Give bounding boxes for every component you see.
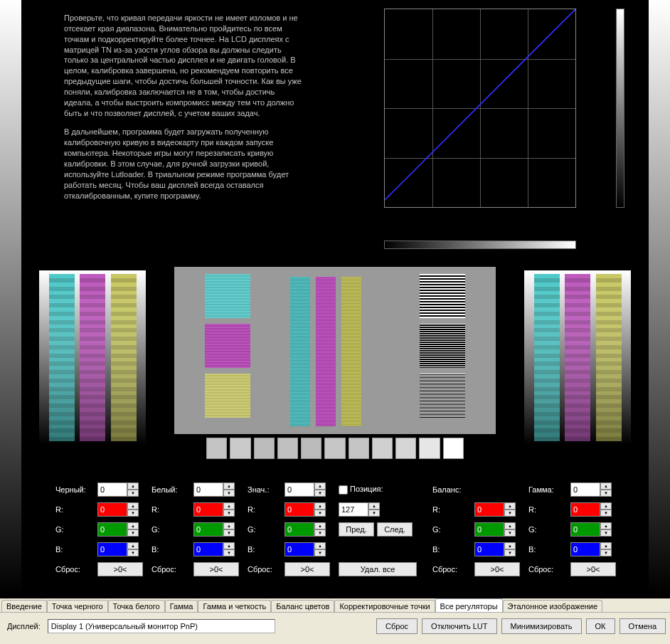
greyscale-6 (349, 438, 369, 459)
tab-5[interactable]: Баланс цветов (271, 600, 334, 612)
delete-all-btn[interactable]: Удал. все (339, 562, 417, 576)
lbl-black: Черный: (55, 485, 95, 494)
black-g-input[interactable] (97, 522, 127, 537)
cp-stripe-yellow (341, 277, 361, 426)
tab-6[interactable]: Корректировочные точки (334, 600, 435, 612)
gp-magenta (80, 274, 105, 441)
greyscale-7 (372, 438, 393, 459)
display-field[interactable] (48, 619, 275, 633)
gradient-frame-right (649, 0, 670, 594)
next-btn[interactable]: След. (377, 522, 413, 537)
cp-block-cyan (205, 274, 250, 318)
tab-7[interactable]: Все регуляторы (435, 598, 503, 612)
white-up[interactable]: ▲ (223, 482, 235, 490)
white-r-input[interactable] (193, 502, 223, 517)
ok-btn[interactable]: ОК (586, 618, 615, 634)
black-b-up[interactable]: ▲ (127, 542, 139, 549)
white-input[interactable] (193, 482, 223, 497)
col-gamma: Гамма: ▲▼ R: ▲▼ G: ▲▼ B: ▲▼ Сброс: >0< (528, 480, 616, 587)
black-up[interactable]: ▲ (127, 482, 139, 490)
greyscale-row (203, 438, 467, 459)
gpr-magenta (565, 274, 590, 441)
lbl-black-reset: Сброс: (55, 565, 95, 574)
curve-gradient-x (384, 241, 576, 249)
black-b-dn[interactable]: ▼ (127, 549, 139, 556)
value-r-input[interactable] (285, 502, 314, 517)
black-b-input[interactable] (97, 542, 127, 556)
black-g-dn[interactable]: ▼ (127, 529, 139, 537)
gp-cyan (49, 274, 75, 441)
curve-chart[interactable] (384, 9, 612, 236)
main-content: Проверьте, что кривая передачи яркости н… (21, 0, 649, 594)
greyscale-2 (254, 438, 275, 459)
bal-reset-btn[interactable]: >0< (474, 562, 520, 576)
cp-pat-1 (420, 274, 465, 318)
bal-b-input[interactable] (474, 542, 504, 556)
greyscale-5 (324, 438, 345, 459)
tab-8[interactable]: Эталонное изображение (503, 600, 603, 612)
col-balance: Баланс: R: ▲▼ G: ▲▼ B: ▲▼ Сброс: >0< (432, 480, 520, 587)
tabs: ВведениеТочка черногоТочка белогоГаммаГа… (0, 598, 670, 613)
gam-r-input[interactable] (570, 502, 600, 517)
bottom-row: Дисплей: Сброс Отключить LUT Минимизиров… (0, 613, 670, 638)
value-b-input[interactable] (285, 542, 314, 556)
white-b-input[interactable] (193, 542, 223, 556)
black-r-input[interactable] (97, 502, 127, 517)
black-r-dn[interactable]: ▼ (127, 510, 139, 517)
tab-4[interactable]: Гамма и четкость (198, 600, 271, 612)
cp-block-magenta (205, 324, 250, 368)
cp-stripe-cyan (290, 277, 310, 426)
tab-3[interactable]: Гамма (165, 600, 198, 612)
prev-btn[interactable]: Пред. (339, 522, 374, 537)
position-input[interactable] (339, 502, 368, 517)
bottom-bar: ВведениеТочка черногоТочка белогоГаммаГа… (0, 598, 670, 644)
value-reset-btn[interactable]: >0< (285, 562, 330, 576)
greyscale-3 (277, 438, 298, 459)
gam-g-input[interactable] (570, 522, 600, 537)
value-g-input[interactable] (285, 522, 314, 537)
bal-r-input[interactable] (474, 502, 504, 517)
white-reset-btn[interactable]: >0< (193, 562, 239, 576)
col-position: Позиция: ▲▼ Пред.След. Удал. все (339, 480, 424, 587)
white-dn[interactable]: ▼ (223, 490, 235, 497)
cp-block-yellow (205, 374, 250, 418)
value-input[interactable] (285, 482, 314, 497)
reset-btn[interactable]: Сброс (376, 618, 418, 634)
greyscale-8 (395, 438, 416, 459)
lbl-black-r: R: (55, 505, 95, 514)
display-label: Дисплей: (4, 622, 43, 630)
minimize-btn[interactable]: Минимизировать (501, 618, 582, 634)
cp-pat-3 (420, 374, 465, 418)
lbl-white: Белый: (151, 485, 191, 494)
gpr-cyan (534, 274, 560, 441)
tab-2[interactable]: Точка белого (108, 600, 165, 612)
controls-row: Черный: ▲▼ R: ▲▼ G: ▲▼ B: ▲▼ Сброс: >0< … (55, 480, 615, 587)
tab-1[interactable]: Точка черного (47, 600, 108, 612)
greyscale-10 (443, 438, 464, 459)
curve-gradient-y (616, 9, 624, 208)
black-r-up[interactable]: ▲ (127, 502, 139, 510)
col-value: Знач.: ▲▼ R: ▲▼ G: ▲▼ B: ▲▼ Сброс: >0< (248, 480, 330, 587)
greyscale-9 (419, 438, 440, 459)
black-dn[interactable]: ▼ (127, 490, 139, 497)
tab-0[interactable]: Введение (1, 600, 47, 612)
gradient-panel-right (524, 270, 631, 445)
gamma-input[interactable] (570, 482, 600, 497)
white-g-input[interactable] (193, 522, 223, 537)
cancel-btn[interactable]: Отмена (620, 618, 666, 634)
gam-reset-btn[interactable]: >0< (570, 562, 616, 576)
black-input[interactable] (97, 482, 127, 497)
black-reset-btn[interactable]: >0< (97, 562, 143, 576)
gam-b-input[interactable] (570, 542, 600, 556)
bal-g-input[interactable] (474, 522, 504, 537)
position-checkbox[interactable] (339, 485, 348, 495)
lbl-black-b: B: (55, 545, 95, 554)
gpr-yellow (596, 274, 622, 441)
curve-line (385, 9, 575, 200)
svg-line-0 (385, 9, 575, 200)
black-g-up[interactable]: ▲ (127, 522, 139, 529)
curve-grid[interactable] (384, 9, 576, 208)
disable-lut-btn[interactable]: Отключить LUT (422, 618, 496, 634)
instructions-text: Проверьте, что кривая передачи яркости н… (64, 13, 302, 209)
col-white: Белый: ▲▼ R: ▲▼ G: ▲▼ B: ▲▼ Сброс: >0< (151, 480, 239, 587)
